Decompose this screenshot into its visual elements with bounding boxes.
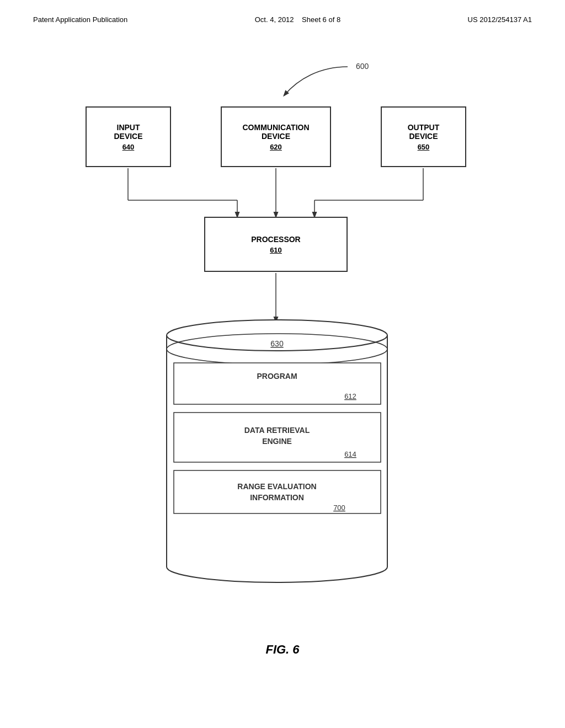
processor-box: PROCESSOR 610 <box>204 217 348 272</box>
ref-600-label: 600 <box>356 62 369 71</box>
svg-text:614: 614 <box>344 450 356 458</box>
header-center: Oct. 4, 2012 Sheet 6 of 8 <box>255 15 340 24</box>
storage-cylinder: 630 PROGRAM 612 DATA RETRIEVAL ENGINE 61… <box>163 316 392 586</box>
svg-text:INFORMATION: INFORMATION <box>250 493 304 502</box>
svg-text:RANGE EVALUATION: RANGE EVALUATION <box>237 482 316 491</box>
header-left: Patent Application Publication <box>33 15 127 24</box>
svg-text:DATA RETRIEVAL: DATA RETRIEVAL <box>244 426 310 435</box>
svg-text:ENGINE: ENGINE <box>262 437 292 446</box>
figure-label: FIG. 6 <box>265 643 299 657</box>
ref-600-arrow: 600 <box>248 57 414 112</box>
svg-text:700: 700 <box>333 504 345 512</box>
svg-text:630: 630 <box>270 339 284 348</box>
svg-rect-22 <box>174 470 381 513</box>
input-device-box: INPUT DEVICE 640 <box>86 106 171 167</box>
svg-text:PROGRAM: PROGRAM <box>257 372 297 381</box>
comm-device-box: COMMUNICATION DEVICE 620 <box>221 106 331 167</box>
output-device-box: OUTPUT DEVICE 650 <box>381 106 466 167</box>
svg-text:612: 612 <box>344 392 356 400</box>
diagram-area: 600 INPUT DEVICE 640 COMMUNICATION DEVIC… <box>0 24 565 686</box>
page-header: Patent Application Publication Oct. 4, 2… <box>0 0 565 24</box>
header-right: US 2012/254137 A1 <box>468 15 532 24</box>
